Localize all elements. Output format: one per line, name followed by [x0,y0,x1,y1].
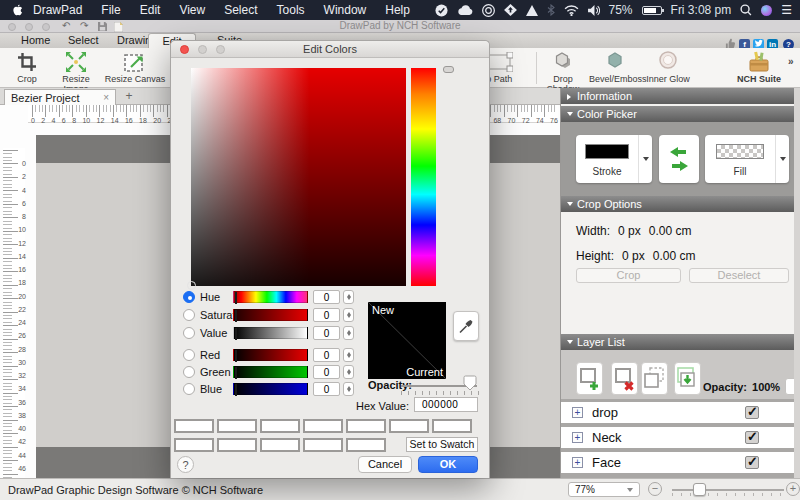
crop-button[interactable]: Crop [576,268,681,283]
saturation-stepper[interactable] [343,308,354,322]
red-radio[interactable] [183,349,195,361]
nch-suite-button[interactable]: NCH Suite [733,50,785,86]
swirl-circle-icon[interactable] [482,4,495,17]
dialog-close-button[interactable] [180,45,189,54]
menubar-item[interactable]: Edit [140,3,161,17]
color-swatch[interactable] [217,419,257,433]
color-swatch[interactable] [174,438,214,452]
close-tab-icon[interactable]: × [103,92,109,103]
ok-button[interactable]: OK [418,456,478,473]
hue-value-input[interactable]: 0 [313,290,340,304]
saturation-value-input[interactable]: 0 [313,308,340,322]
fill-dropdown-arrow[interactable] [775,135,789,183]
blue-stepper[interactable] [343,382,354,396]
dialog-help-button[interactable]: ? [177,456,194,473]
color-swatch[interactable] [389,419,429,433]
dialog-zoom-button[interactable] [216,45,225,54]
color-swatch[interactable] [174,419,214,433]
value-radio[interactable] [183,327,195,339]
menubar-item[interactable]: Help [385,3,410,17]
saturation-radio[interactable] [183,309,195,321]
layer-row-drop[interactable]: + drop [561,402,794,423]
color-swatch[interactable] [260,438,300,452]
expand-layer-icon[interactable]: + [572,457,583,468]
zoom-slider-thumb[interactable] [693,483,706,496]
layer-visibility-checkbox[interactable] [745,431,759,444]
document-tab[interactable]: Bezier Project × [4,89,116,105]
siri-icon[interactable] [761,5,772,16]
menubar-item[interactable]: DrawPad [33,3,82,17]
zoom-in-button[interactable]: + [786,482,800,496]
sv-cursor-ring[interactable] [187,281,196,290]
section-header-crop-options[interactable]: Crop Options [561,196,794,212]
resize-image-button[interactable]: Resize Image [52,50,100,86]
bluetooth-icon[interactable] [547,4,555,16]
red-value-input[interactable]: 0 [313,348,340,362]
upload-diamond-icon[interactable] [504,4,517,16]
dialog-minimize-button[interactable] [198,45,207,54]
spotlight-search-icon[interactable] [740,4,752,16]
panel-scrollbar[interactable] [794,88,800,478]
menubar-item[interactable]: Tools [277,3,305,17]
menubar-item[interactable]: Select [224,3,257,17]
notification-list-icon[interactable]: ☰ [781,3,792,17]
stroke-dropdown-arrow[interactable] [638,135,652,183]
new-tab-button[interactable]: + [120,89,138,105]
value-stepper[interactable] [343,326,354,340]
stroke-color-button[interactable]: Stroke [576,135,652,183]
color-swatch[interactable] [346,419,386,433]
zoom-out-button[interactable]: − [648,482,662,496]
green-stepper[interactable] [343,365,354,379]
color-swatch[interactable] [303,419,343,433]
green-radio[interactable] [183,366,195,378]
value-value-input[interactable]: 0 [313,326,340,340]
saturation-slider[interactable] [233,309,308,321]
color-swatch[interactable] [260,419,300,433]
fill-color-button[interactable]: Fill [705,135,789,183]
dialog-titlebar[interactable]: Edit Colors [171,41,489,58]
menubar-item[interactable]: Window [324,3,367,17]
zoom-slider-track[interactable] [672,489,784,491]
inner-glow-button[interactable]: Inner Glow [646,50,690,86]
section-header-color-picker[interactable]: Color Picker [561,106,794,122]
green-slider[interactable] [233,366,308,378]
drop-shadow-button[interactable]: Drop Shadow [540,50,586,86]
color-swatch[interactable] [217,438,257,452]
hex-value-input[interactable]: 000000 [414,397,478,412]
green-value-input[interactable]: 0 [313,365,340,379]
expand-layer-icon[interactable]: + [572,407,583,418]
menubar-item[interactable]: File [101,3,120,17]
set-to-swatch-button[interactable]: Set to Swatch [406,437,478,452]
red-slider[interactable] [233,349,308,361]
layer-row-neck[interactable]: + Neck [561,427,794,448]
color-swatch[interactable] [432,419,472,433]
hue-stepper[interactable] [343,290,354,304]
apple-icon[interactable] [12,4,23,17]
section-header-information[interactable]: Information [561,88,794,104]
wifi-icon[interactable] [564,5,579,16]
hue-radio[interactable] [183,291,195,303]
dialog-opacity-thumb[interactable] [463,375,477,395]
hue-strip-handle[interactable] [443,66,454,73]
checkmark-circle-icon[interactable] [435,4,448,17]
blue-radio[interactable] [183,383,195,395]
color-swatch[interactable] [303,438,343,452]
layer-visibility-checkbox[interactable] [745,406,759,419]
menubar-item[interactable]: View [179,3,205,17]
eyedropper-button[interactable] [453,311,479,341]
zoom-level-combobox[interactable]: 77% [568,482,640,497]
expand-layer-icon[interactable]: + [572,432,583,443]
resize-canvas-button[interactable]: Resize Canvas [104,50,166,86]
volume-icon[interactable] [588,5,600,16]
hue-strip[interactable] [411,68,436,286]
layer-row-face[interactable]: + Face [561,452,794,473]
section-header-layer-list[interactable]: Layer List [561,334,794,350]
triangle-icon[interactable] [526,5,538,16]
deselect-button[interactable]: Deselect [689,268,789,283]
red-stepper[interactable] [343,348,354,362]
value-slider[interactable] [233,327,308,339]
crop-tool-button[interactable]: Crop [6,50,48,86]
toolbar-overflow-chevron[interactable]: » [788,56,794,67]
add-layer-button[interactable] [576,362,603,395]
layer-visibility-checkbox[interactable] [745,456,759,469]
